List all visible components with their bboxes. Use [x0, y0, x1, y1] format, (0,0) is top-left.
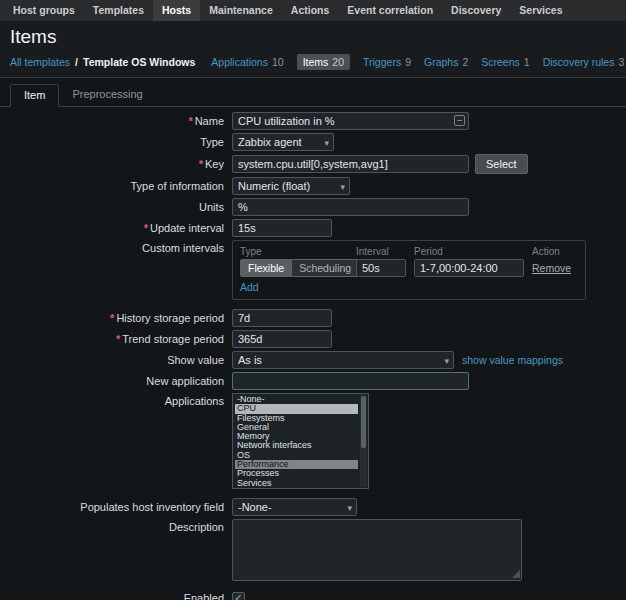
description-row: Description	[0, 519, 626, 581]
required-marker: *	[199, 158, 203, 170]
nav-maintenance[interactable]: Maintenance	[200, 0, 282, 21]
remove-link[interactable]: Remove	[532, 262, 578, 274]
applications-count: 10	[272, 56, 284, 68]
applications-listbox[interactable]: -None- CPU Filesystems General Memory Ne…	[232, 393, 369, 489]
units-input[interactable]	[232, 198, 469, 216]
breadcrumb-all-templates[interactable]: All templates	[10, 56, 70, 68]
tab-preprocessing[interactable]: Preprocessing	[59, 84, 155, 106]
entity-tab-triggers[interactable]: Triggers 9	[363, 56, 411, 68]
type-of-information-label-text: Type of information	[130, 180, 224, 192]
nav-templates[interactable]: Templates	[84, 0, 153, 21]
entity-tab-discovery-rules[interactable]: Discovery rules 3	[543, 56, 625, 68]
inventory-select[interactable]: -None-	[232, 498, 357, 516]
type-select[interactable]: Zabbix agent	[232, 133, 334, 151]
type-of-information-select-value: Numeric (float)	[238, 180, 310, 192]
show-value-select[interactable]: As is	[232, 351, 454, 369]
item-form: *Name Type Zabbix agent *Key Select Type…	[0, 107, 626, 600]
flexible-toggle-button[interactable]: Flexible	[240, 259, 292, 277]
units-label-text: Units	[199, 201, 224, 213]
breadcrumb-template-name[interactable]: Template OS Windows	[83, 56, 195, 68]
applications-row: Applications -None- CPU Filesystems Gene…	[0, 393, 626, 489]
screens-count: 1	[524, 56, 530, 68]
entity-tab-applications[interactable]: Applications 10	[211, 56, 283, 68]
key-input[interactable]	[232, 155, 469, 173]
entity-tab-graphs[interactable]: Graphs 2	[424, 56, 468, 68]
update-interval-label: *Update interval	[0, 222, 232, 234]
nav-host-groups[interactable]: Host groups	[4, 0, 84, 21]
update-interval-input[interactable]	[232, 219, 332, 237]
discovery-rules-link[interactable]: Discovery rules	[543, 56, 615, 68]
applications-label-text: Applications	[165, 395, 224, 407]
tab-item[interactable]: Item	[10, 84, 59, 107]
history-row: *History storage period	[0, 309, 626, 327]
nav-event-correlation[interactable]: Event correlation	[338, 0, 442, 21]
scheduling-toggle-button[interactable]: Scheduling	[292, 259, 359, 277]
key-row: *Key Select	[0, 154, 626, 174]
inventory-row: Populates host inventory field -None-	[0, 498, 626, 516]
triggers-count: 9	[405, 56, 411, 68]
update-interval-row: *Update interval	[0, 219, 626, 237]
key-select-button[interactable]: Select	[475, 154, 528, 174]
new-application-label-text: New application	[146, 375, 224, 387]
breadcrumb-separator: /	[75, 56, 78, 68]
nav-services[interactable]: Services	[510, 0, 571, 21]
chevron-down-icon	[324, 136, 329, 148]
type-row: Type Zabbix agent	[0, 133, 626, 151]
custom-intervals-label-text: Custom intervals	[142, 242, 224, 254]
custom-intervals-box: Type Interval Period Action Flexible Sch…	[232, 240, 586, 300]
new-application-input[interactable]	[232, 372, 469, 390]
enabled-checkbox[interactable]	[232, 592, 245, 600]
header-interval: Interval	[356, 246, 406, 257]
resize-handle-icon[interactable]	[512, 570, 520, 578]
discovery-rules-count: 3	[618, 56, 624, 68]
interval-input[interactable]	[356, 259, 406, 277]
history-label-text: History storage period	[116, 312, 224, 324]
page-title: Items	[10, 26, 616, 48]
custom-intervals-label: Custom intervals	[0, 240, 232, 254]
type-of-information-select[interactable]: Numeric (float)	[232, 177, 350, 195]
entity-tab-items[interactable]: Items 20	[297, 54, 350, 70]
form-tabbar: Item Preprocessing	[0, 78, 626, 107]
add-link[interactable]: Add	[240, 281, 259, 293]
applications-scrollbar[interactable]	[360, 395, 367, 487]
custom-interval-entry: Flexible Scheduling Remove	[240, 259, 578, 277]
show-value-select-value: As is	[238, 354, 262, 366]
show-value-row: Show value As is show value mappings	[0, 351, 626, 369]
name-label-text: Name	[195, 115, 224, 127]
type-of-information-label: Type of information	[0, 180, 232, 192]
graphs-link[interactable]: Graphs	[424, 56, 458, 68]
enabled-label-text: Enabled	[184, 592, 224, 600]
applications-label: Applications	[0, 393, 232, 407]
top-navigation: Host groups Templates Hosts Maintenance …	[0, 0, 626, 21]
nav-discovery[interactable]: Discovery	[442, 0, 510, 21]
trend-input[interactable]	[232, 330, 332, 348]
trend-row: *Trend storage period	[0, 330, 626, 348]
nav-hosts[interactable]: Hosts	[153, 0, 200, 21]
units-label: Units	[0, 201, 232, 213]
triggers-link[interactable]: Triggers	[363, 56, 401, 68]
application-option[interactable]: Services	[235, 479, 358, 488]
screens-link[interactable]: Screens	[481, 56, 520, 68]
period-input[interactable]	[414, 259, 524, 277]
application-option[interactable]: Network interfaces	[235, 441, 358, 450]
chevron-down-icon	[444, 354, 449, 366]
type-select-value: Zabbix agent	[238, 136, 302, 148]
applications-link[interactable]: Applications	[211, 56, 268, 68]
header-action: Action	[532, 246, 578, 257]
required-marker: *	[116, 333, 120, 345]
description-label-text: Description	[169, 521, 224, 533]
text-expand-icon[interactable]	[454, 115, 465, 126]
history-input[interactable]	[232, 309, 332, 327]
enabled-label: Enabled	[0, 592, 232, 600]
description-textarea[interactable]	[232, 519, 522, 581]
items-link[interactable]: Items	[303, 56, 329, 68]
breadcrumb: All templates / Template OS Windows Appl…	[10, 54, 616, 70]
enabled-row: Enabled	[0, 589, 626, 600]
show-value-mappings-link[interactable]: show value mappings	[462, 354, 563, 366]
name-input[interactable]	[232, 112, 469, 130]
history-label: *History storage period	[0, 312, 232, 324]
custom-intervals-row: Custom intervals Type Interval Period Ac…	[0, 240, 626, 300]
entity-tab-screens[interactable]: Screens 1	[481, 56, 529, 68]
scrollbar-thumb[interactable]	[361, 396, 366, 448]
nav-actions[interactable]: Actions	[282, 0, 339, 21]
